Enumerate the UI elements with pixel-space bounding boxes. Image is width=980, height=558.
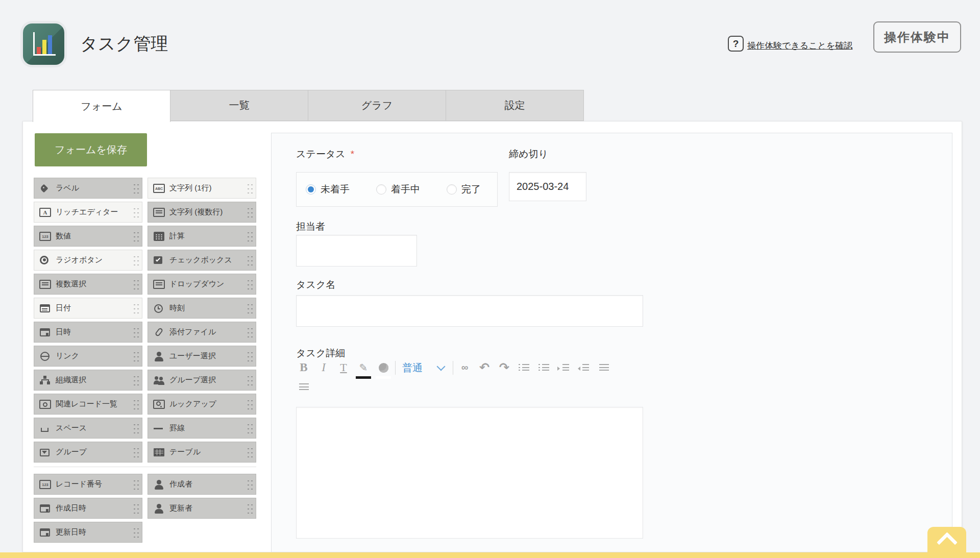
numbered-list-button[interactable] [537,360,551,375]
record-number-icon [38,479,52,490]
palette-item-calc[interactable]: 計算 [148,226,256,247]
background-color-button[interactable] [377,360,390,375]
palette-item-table[interactable]: テーブル [148,442,256,463]
palette-item-radio[interactable]: ラジオボタン [34,250,142,271]
drag-handle-icon[interactable] [246,206,253,219]
undo-button[interactable]: ↶ [478,360,491,375]
drag-handle-icon[interactable] [246,422,253,435]
radio-unselected-icon[interactable] [376,184,386,195]
palette-item-space[interactable]: スペース [34,418,142,439]
chevron-up-icon [936,531,957,552]
drag-handle-icon[interactable] [246,446,253,459]
palette-item-org-select[interactable]: 組織選択 [34,370,142,391]
palette-item-updated-time[interactable]: 更新日時 [34,522,142,543]
palette-item-creator[interactable]: 作成者 [148,474,256,495]
palette-item-number[interactable]: 数値 [34,226,142,247]
help-question-icon[interactable]: ? [728,36,744,52]
palette-item-user-select[interactable]: ユーザー選択 [148,346,256,367]
tab-フォーム[interactable]: フォーム [33,90,170,122]
drag-handle-icon[interactable] [132,350,139,363]
drag-handle-icon[interactable] [246,398,253,411]
due-date-input[interactable]: 2025-03-24 [509,172,586,201]
drag-handle-icon[interactable] [132,206,139,219]
palette-item-hr[interactable]: 罫線 [148,418,256,439]
link-button[interactable]: ∞ [458,360,471,375]
palette-item-related-records[interactable]: 関連レコード一覧 [34,394,142,415]
format-caret-icon[interactable] [434,360,448,375]
drag-handle-icon[interactable] [132,502,139,515]
task-name-label: タスク名 [296,278,335,292]
palette-item-created-time[interactable]: 作成日時 [34,498,142,519]
palette-item-text-single[interactable]: 文字列 (1行) [148,178,256,199]
drag-handle-icon[interactable] [132,374,139,387]
align-left-button[interactable] [597,360,610,375]
save-form-button[interactable]: フォームを保存 [35,133,147,166]
tab-グラフ[interactable]: グラフ [308,90,446,121]
palette-item-lookup[interactable]: ルックアップ [148,394,256,415]
status-option-未着手[interactable]: 未着手 [306,183,350,196]
page-title: タスク管理 [80,32,168,56]
drag-handle-icon[interactable] [246,230,253,243]
palette-item-record-number[interactable]: レコード番号 [34,474,142,495]
trial-mode-button[interactable]: 操作体験中 [873,21,961,53]
drag-handle-icon[interactable] [246,478,253,491]
status-option-完了[interactable]: 完了 [447,183,481,196]
palette-item-time[interactable]: 時刻 [148,298,256,319]
drag-handle-icon[interactable] [246,278,253,291]
drag-handle-icon[interactable] [132,182,139,195]
outdent-button[interactable] [577,360,591,375]
palette-item-group-select[interactable]: グループ選択 [148,370,256,391]
drag-handle-icon[interactable] [132,278,139,291]
space-icon [38,423,52,434]
status-option-着手中[interactable]: 着手中 [376,183,420,196]
palette-item-rich-editor[interactable]: リッチエディター [34,202,142,223]
help-link[interactable]: 操作体験できることを確認 [747,40,852,52]
drag-handle-icon[interactable] [132,230,139,243]
italic-button[interactable]: I [317,360,330,375]
format-select[interactable]: 普通 [400,360,425,375]
drag-handle-icon[interactable] [246,182,253,195]
underline-button[interactable]: T [337,360,350,375]
task-name-input[interactable] [296,295,643,327]
drag-handle-icon[interactable] [132,302,139,315]
bold-button[interactable]: B [297,360,310,375]
palette-item-text-multi[interactable]: 文字列 (複数行) [148,202,256,223]
tab-設定[interactable]: 設定 [446,90,584,121]
palette-item-tag[interactable]: ラベル [34,178,142,199]
assignee-input[interactable] [296,235,417,266]
palette-item-multiselect[interactable]: 複数選択 [34,274,142,295]
task-detail-editor[interactable] [296,407,643,539]
drag-handle-icon[interactable] [132,422,139,435]
drag-handle-icon[interactable] [246,254,253,267]
tab-一覧[interactable]: 一覧 [170,90,308,121]
drag-handle-icon[interactable] [246,502,253,515]
palette-item-link[interactable]: リンク [34,346,142,367]
drag-handle-icon[interactable] [132,254,139,267]
align-center-button[interactable] [297,379,310,395]
palette-item-label: ラベル [56,183,132,193]
drag-handle-icon[interactable] [246,302,253,315]
palette-item-datetime[interactable]: 日時 [34,322,142,343]
drag-handle-icon[interactable] [132,478,139,491]
drag-handle-icon[interactable] [132,398,139,411]
drag-handle-icon[interactable] [246,326,253,339]
palette-item-dropdown[interactable]: ドロップダウン [148,274,256,295]
palette-item-date[interactable]: 日付 [34,298,142,319]
drag-handle-icon[interactable] [132,326,139,339]
palette-item-group[interactable]: グループ [34,442,142,463]
bullet-list-button[interactable] [518,360,531,375]
palette-item-label: 更新者 [169,503,246,513]
palette-item-checkbox[interactable]: チェックボックス [148,250,256,271]
radio-unselected-icon[interactable] [447,184,457,195]
drag-handle-icon[interactable] [246,350,253,363]
text-color-button[interactable]: ✎ [357,360,370,375]
drag-handle-icon[interactable] [246,374,253,387]
radio-selected-icon[interactable] [306,184,316,195]
drag-handle-icon[interactable] [132,526,139,539]
indent-button[interactable] [557,360,571,375]
scroll-to-top-button[interactable] [927,527,966,552]
drag-handle-icon[interactable] [132,446,139,459]
palette-item-updater[interactable]: 更新者 [148,498,256,519]
redo-button[interactable]: ↷ [498,360,511,375]
palette-item-attachment[interactable]: 添付ファイル [148,322,256,343]
